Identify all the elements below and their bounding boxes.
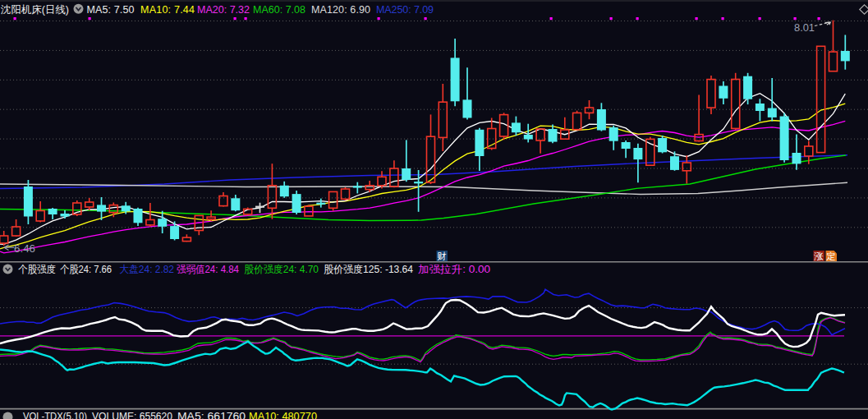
svg-text:个股强度: 个股强度	[18, 264, 56, 275]
svg-text:MA10: 7.44: MA10: 7.44	[140, 4, 195, 16]
svg-text:MA5: 7.50: MA5: 7.50	[87, 4, 135, 16]
svg-text:股价强度24: 4.70: 股价强度24: 4.70	[244, 264, 319, 275]
svg-text:财: 财	[437, 251, 447, 261]
svg-text:强弱值24: 4.84: 强弱值24: 4.84	[177, 264, 239, 275]
svg-text:股价强度125: -13.64: 股价强度125: -13.64	[324, 264, 413, 275]
svg-text:沈阳机床(日线): 沈阳机床(日线)	[1, 4, 69, 16]
svg-text:MA5: 661760: MA5: 661760	[177, 411, 246, 419]
svg-text:加强拉升: 0.00: 加强拉升: 0.00	[418, 264, 490, 275]
svg-text:涨: 涨	[814, 251, 824, 261]
svg-text:定: 定	[826, 251, 836, 261]
svg-text:MA10: 480770: MA10: 480770	[249, 411, 317, 419]
svg-text:MA120: 6.90: MA120: 6.90	[311, 4, 370, 16]
svg-text:大盘24: 2.82: 大盘24: 2.82	[119, 264, 174, 275]
svg-text:MA250: 7.09: MA250: 7.09	[376, 4, 434, 16]
svg-text:VOL-TDX(5,10): VOL-TDX(5,10)	[23, 411, 87, 419]
svg-text:6.46: 6.46	[14, 242, 35, 255]
svg-text:8.01: 8.01	[794, 21, 815, 34]
svg-text:VOLUME: 655620: VOLUME: 655620	[92, 411, 172, 419]
svg-text:MA20: 7.32: MA20: 7.32	[197, 4, 250, 16]
svg-text:MA60: 7.08: MA60: 7.08	[253, 4, 305, 16]
svg-text:个股24: 7.66: 个股24: 7.66	[60, 264, 112, 275]
